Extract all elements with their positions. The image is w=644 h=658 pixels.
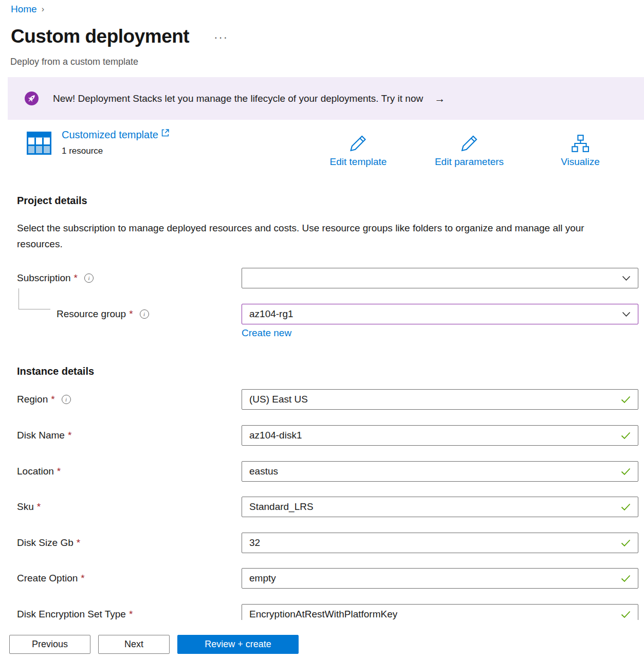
required-marker: * [37, 501, 41, 513]
location-row: Location * eastus [0, 461, 644, 482]
checkmark-icon [621, 539, 631, 546]
disk-name-row: Disk Name * az104-disk1 [0, 425, 644, 446]
resource-group-value: az104-rg1 [249, 308, 293, 320]
create-option-input[interactable]: empty [242, 568, 638, 589]
disk-size-input[interactable]: 32 [242, 533, 638, 553]
info-icon[interactable]: i [84, 273, 94, 283]
checkmark-icon [621, 503, 631, 510]
org-chart-icon [571, 134, 590, 153]
edit-template-button[interactable]: Edit template [330, 133, 387, 168]
disk-size-label: Disk Size Gb * [17, 537, 80, 549]
project-details-heading: Project details [17, 195, 87, 207]
required-marker: * [74, 272, 78, 284]
create-new-link[interactable]: Create new [242, 327, 291, 339]
info-icon[interactable]: i [62, 395, 71, 404]
subscription-label: Subscription * i [17, 272, 94, 284]
page-subtitle: Deploy from a custom template [10, 57, 138, 67]
location-label: Location * [17, 466, 61, 477]
banner-arrow-icon[interactable]: → [434, 93, 445, 105]
rocket-icon [25, 92, 39, 105]
next-button[interactable]: Next [98, 635, 170, 654]
required-marker: * [129, 609, 133, 620]
wizard-footer: Previous Next Review + create [0, 620, 644, 658]
pencil-icon [348, 134, 368, 153]
page-title: Custom deployment [11, 26, 189, 47]
checkmark-icon [621, 575, 631, 582]
resource-group-label: Resource group * i [57, 308, 149, 320]
breadcrumb-separator: › [42, 5, 44, 14]
required-marker: * [81, 573, 84, 584]
previous-button[interactable]: Previous [9, 635, 90, 654]
create-option-row: Create Option * empty [0, 568, 644, 589]
visualize-button[interactable]: Visualize [561, 133, 600, 168]
disk-name-label: Disk Name * [17, 430, 71, 441]
chevron-down-icon [622, 312, 631, 317]
breadcrumb: Home › [11, 4, 44, 15]
subscription-row: Subscription * i [0, 268, 644, 288]
deployment-stacks-banner[interactable]: New! Deployment Stacks let you manage th… [8, 77, 644, 120]
location-input[interactable]: eastus [242, 461, 638, 482]
sku-row: Sku * Standard_LRS [0, 497, 644, 517]
template-resource-count: 1 resource [62, 146, 103, 156]
subscription-dropdown[interactable] [242, 268, 638, 288]
required-marker: * [129, 308, 133, 320]
required-marker: * [68, 430, 71, 441]
disk-size-row: Disk Size Gb * 32 [0, 533, 644, 553]
sku-label: Sku * [17, 501, 41, 513]
more-options-button[interactable]: ··· [214, 31, 228, 44]
chevron-down-icon [622, 276, 631, 281]
review-create-button[interactable]: Review + create [177, 635, 299, 654]
checkmark-icon [621, 468, 631, 475]
checkmark-icon [621, 432, 631, 439]
edit-parameters-button[interactable]: Edit parameters [435, 133, 504, 168]
resource-group-dropdown[interactable]: az104-rg1 [242, 304, 638, 324]
region-row: Region * i (US) East US [0, 389, 644, 410]
required-marker: * [51, 394, 54, 405]
region-input[interactable]: (US) East US [242, 389, 638, 410]
external-link-icon [161, 129, 169, 137]
template-name: Customized template [62, 129, 158, 141]
create-option-label: Create Option * [17, 573, 85, 584]
custom-deployment-page: Home › Custom deployment ··· Deploy from… [0, 0, 644, 658]
template-grid-icon [27, 132, 51, 155]
region-label: Region * i [17, 394, 71, 405]
disk-encryption-set-type-label: Disk Encryption Set Type * [17, 609, 133, 620]
required-marker: * [57, 466, 61, 477]
visualize-label: Visualize [561, 156, 600, 168]
instance-details-heading: Instance details [17, 365, 94, 377]
checkmark-icon [621, 396, 631, 403]
disk-name-input[interactable]: az104-disk1 [242, 425, 638, 446]
required-marker: * [77, 537, 80, 549]
info-icon[interactable]: i [140, 309, 149, 319]
project-details-description: Select the subscription to manage deploy… [17, 220, 608, 252]
banner-text: New! Deployment Stacks let you manage th… [53, 93, 423, 104]
edit-template-label: Edit template [330, 156, 387, 168]
customized-template-link[interactable]: Customized template [62, 129, 169, 141]
sku-input[interactable]: Standard_LRS [242, 497, 638, 517]
checkmark-icon [621, 611, 631, 618]
edit-parameters-label: Edit parameters [435, 156, 504, 168]
resource-group-row: Resource group * i az104-rg1 [0, 304, 644, 324]
breadcrumb-home-link[interactable]: Home [11, 4, 37, 15]
pencil-icon [459, 134, 479, 153]
